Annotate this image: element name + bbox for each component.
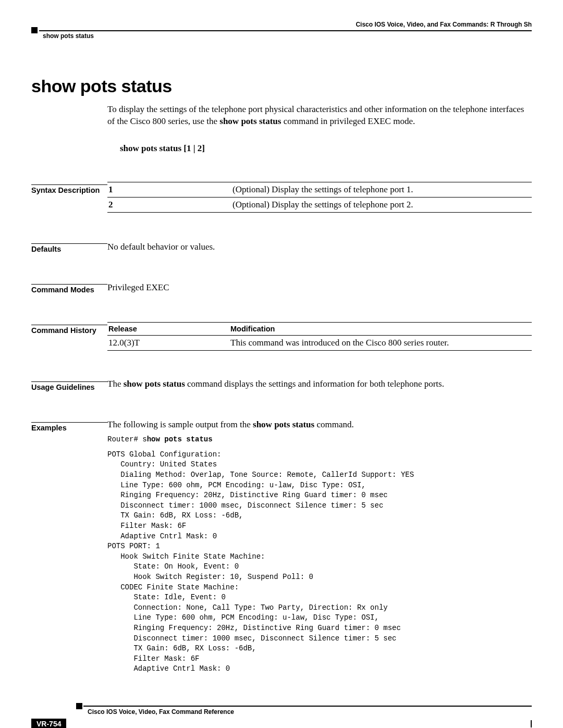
header-marker-icon [31, 27, 38, 33]
page-title: show pots status [31, 76, 532, 96]
usage-pre: The [107, 379, 124, 389]
usage-cmd: show pots status [124, 379, 185, 389]
examples-intro-post: command. [314, 419, 354, 429]
examples-label: Examples [31, 424, 67, 432]
syntax-description-label: Syntax Description [31, 186, 100, 194]
syntax-description-table: 1 (Optional) Display the settings of tel… [107, 182, 532, 213]
example-prompt: Router# [107, 435, 142, 443]
running-head: show pots status [43, 32, 532, 40]
footer-book-title: Cisco IOS Voice, Video, Fax Command Refe… [88, 708, 532, 715]
footer-right-mark-icon [531, 720, 532, 727]
syntax-arg-1: 1 [107, 182, 231, 197]
header-rule [39, 30, 532, 31]
usage-post: command displays the settings and inform… [185, 379, 444, 389]
defaults-label: Defaults [31, 245, 61, 253]
footer-rule [83, 706, 532, 707]
syntax-desc-1: (Optional) Display the settings of telep… [231, 182, 532, 197]
usage-guidelines-label: Usage Guidelines [31, 383, 95, 391]
history-header-release: Release [107, 322, 229, 335]
command-modes-label: Command Modes [31, 286, 94, 294]
example-prompt-s: s [142, 435, 146, 443]
footer-marker-icon [76, 703, 82, 709]
command-history-label: Command History [31, 326, 96, 335]
example-prompt-line: Router# show pots status [107, 435, 532, 443]
page-number: VR-754 [31, 719, 66, 728]
intro-post: command in privileged EXEC mode. [281, 116, 415, 126]
syntax-desc-2: (Optional) Display the settings of telep… [231, 197, 532, 212]
history-mod-0: This command was introduced on the Cisco… [229, 335, 532, 350]
syntax-line: show pots status [1 | 2] [120, 143, 532, 154]
intro-paragraph: To display the settings of the telephone… [107, 104, 532, 128]
example-output: POTS Global Configuration: Country: Unit… [107, 450, 532, 674]
history-header-modification: Modification [229, 322, 532, 335]
syntax-arg-2: 2 [107, 197, 231, 212]
examples-intro-pre: The following is sample output from the [107, 419, 253, 429]
command-modes-text: Privileged EXEC [107, 281, 532, 294]
defaults-text: No default behavior or values. [107, 241, 532, 253]
intro-cmd: show pots status [219, 116, 281, 126]
history-release-0: 12.0(3)T [107, 335, 229, 350]
command-history-table: Release Modification 12.0(3)T This comma… [107, 322, 532, 351]
examples-intro-cmd: show pots status [253, 419, 314, 429]
examples-intro: The following is sample output from the … [107, 419, 532, 430]
chapter-title: Cisco IOS Voice, Video, and Fax Commands… [31, 21, 532, 28]
usage-guidelines-text: The show pots status command displays th… [107, 379, 532, 391]
example-prompt-cmd: how pots status [147, 435, 213, 443]
